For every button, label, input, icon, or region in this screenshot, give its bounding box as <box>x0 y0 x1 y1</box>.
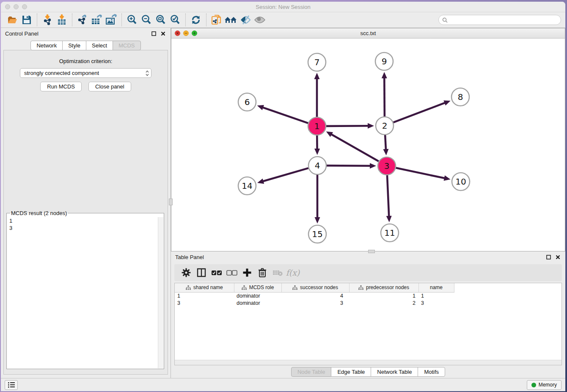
graph-edge-2-3[interactable] <box>385 135 386 150</box>
table-cell-filler <box>454 299 561 306</box>
column-header-MCDS-role[interactable]: MCDS role <box>234 283 281 292</box>
open-file-button[interactable] <box>5 14 19 26</box>
export-network-icon <box>77 14 88 26</box>
float-panel-button[interactable] <box>150 30 157 37</box>
table-cell[interactable]: 3 <box>281 299 349 306</box>
graph-edge-3-10[interactable] <box>396 168 446 179</box>
table-panel-title: Table Panel <box>175 254 204 260</box>
optimization-criterion-label: Optimization criterion: <box>4 58 168 64</box>
create-column-button[interactable] <box>239 266 255 279</box>
table-cell[interactable]: 1 <box>349 292 418 299</box>
result-scrollbar[interactable] <box>158 217 163 368</box>
graph-edge-1-6[interactable] <box>262 107 308 123</box>
import-network-button[interactable] <box>40 14 55 26</box>
table-cell[interactable]: 1 <box>418 292 454 299</box>
open-folder-icon <box>7 14 18 25</box>
float-icon <box>546 255 551 259</box>
graph-node-label: 14 <box>242 181 252 191</box>
arrowhead-icon <box>382 72 387 78</box>
table-mode-button[interactable] <box>179 266 194 279</box>
table-cell[interactable]: 1 <box>175 292 234 299</box>
zoom-fit-icon <box>155 14 166 25</box>
mcds-result-item: 3 <box>9 224 164 232</box>
graph-edge-2-9[interactable] <box>384 77 385 116</box>
table-row[interactable]: 3dominator323 <box>175 299 561 306</box>
refresh-button[interactable] <box>189 14 203 26</box>
table-cell[interactable]: 4 <box>281 292 349 299</box>
table-panel: Table Panel <box>171 251 565 378</box>
tab-network[interactable]: Network <box>30 41 63 50</box>
table-cell[interactable]: 3 <box>175 299 234 306</box>
criterion-dropdown[interactable]: strongly connected component <box>20 68 151 78</box>
search-box[interactable] <box>438 15 561 25</box>
graph-node-label: 4 <box>315 160 320 171</box>
app-window: Session: New Session <box>1 2 565 391</box>
plus-icon <box>242 268 252 277</box>
close-icon <box>161 31 165 36</box>
tab-mcds[interactable]: MCDS <box>113 41 140 50</box>
save-session-button[interactable] <box>19 14 34 26</box>
graph-edge-3-1[interactable] <box>330 134 379 161</box>
select-all-rows-button[interactable] <box>209 266 224 279</box>
graph-edge-4-3[interactable] <box>327 166 371 166</box>
tab-edge-table[interactable]: Edge Table <box>331 367 371 377</box>
export-image-icon <box>105 14 118 26</box>
show-columns-button[interactable] <box>194 266 209 279</box>
tab-network-table[interactable]: Network Table <box>371 367 418 377</box>
tab-select[interactable]: Select <box>86 41 113 50</box>
zoom-selected-button[interactable] <box>168 14 182 26</box>
graph-edge-3-11[interactable] <box>387 175 389 217</box>
memory-button[interactable]: Memory <box>527 380 561 390</box>
graph-edge-1-2[interactable] <box>326 126 369 126</box>
show-all-button[interactable] <box>253 14 267 26</box>
run-mcds-button[interactable]: Run MCDS <box>40 82 82 91</box>
arrowhead-icon <box>444 175 451 181</box>
table-hscrollbar[interactable] <box>175 360 561 365</box>
tab-node-table[interactable]: Node Table <box>291 367 332 377</box>
tab-motifs[interactable]: Motifs <box>418 367 445 377</box>
column-header-shared-name[interactable]: shared name <box>175 283 234 292</box>
export-network-button[interactable] <box>75 14 90 26</box>
new-network-from-selection-button[interactable] <box>209 14 224 26</box>
import-table-button[interactable] <box>55 14 69 26</box>
graph-node-label: 7 <box>314 57 320 67</box>
column-header-successor-nodes[interactable]: successor nodes <box>281 283 349 292</box>
float-table-panel-button[interactable] <box>545 254 552 260</box>
table-row[interactable]: 1dominator411 <box>175 292 561 299</box>
graph-node-label: 15 <box>312 229 322 239</box>
first-neighbors-button[interactable] <box>224 14 238 26</box>
graph-edge-2-8[interactable] <box>394 102 446 122</box>
table-cell[interactable]: dominator <box>234 292 281 299</box>
arrowhead-icon <box>315 217 320 224</box>
deselect-all-rows-button[interactable] <box>224 266 239 279</box>
table-toolbar: f(x) <box>174 264 562 281</box>
search-input[interactable] <box>450 17 557 23</box>
close-table-panel-button[interactable] <box>554 254 561 260</box>
horizontal-splitter-handle[interactable] <box>368 250 375 253</box>
zoom-fit-button[interactable] <box>154 14 168 26</box>
graph-edge-4-14[interactable] <box>262 168 308 182</box>
export-table-button[interactable] <box>90 14 104 26</box>
network-window-titlebar[interactable]: scc.txt <box>171 28 565 39</box>
task-history-button[interactable] <box>5 380 18 390</box>
table-cell[interactable]: 3 <box>418 299 454 306</box>
graph-node-label: 9 <box>382 56 387 66</box>
close-panel-button[interactable] <box>160 30 166 37</box>
node-table[interactable]: shared nameMCDS rolesuccessor nodesprede… <box>174 283 562 365</box>
tab-style[interactable]: Style <box>62 41 86 50</box>
vertical-splitter-handle[interactable] <box>169 199 173 205</box>
zoom-out-button[interactable] <box>139 14 154 26</box>
column-header-predecessor-nodes[interactable]: predecessor nodes <box>349 283 418 292</box>
graph-node-label: 3 <box>384 161 390 171</box>
attribute-tree-icon <box>358 285 363 290</box>
delete-columns-button[interactable] <box>255 266 270 279</box>
title-bar[interactable]: Session: New Session <box>1 2 565 12</box>
table-cell[interactable]: dominator <box>234 299 281 306</box>
network-canvas[interactable]: 7968124314101511 <box>171 39 565 251</box>
export-image-button[interactable] <box>104 14 118 26</box>
close-panel-action-button[interactable]: Close panel <box>88 82 131 91</box>
column-header-name[interactable]: name <box>418 283 454 292</box>
table-cell[interactable]: 2 <box>349 299 418 306</box>
hide-selected-button[interactable] <box>238 14 253 26</box>
zoom-in-button[interactable] <box>125 14 139 26</box>
